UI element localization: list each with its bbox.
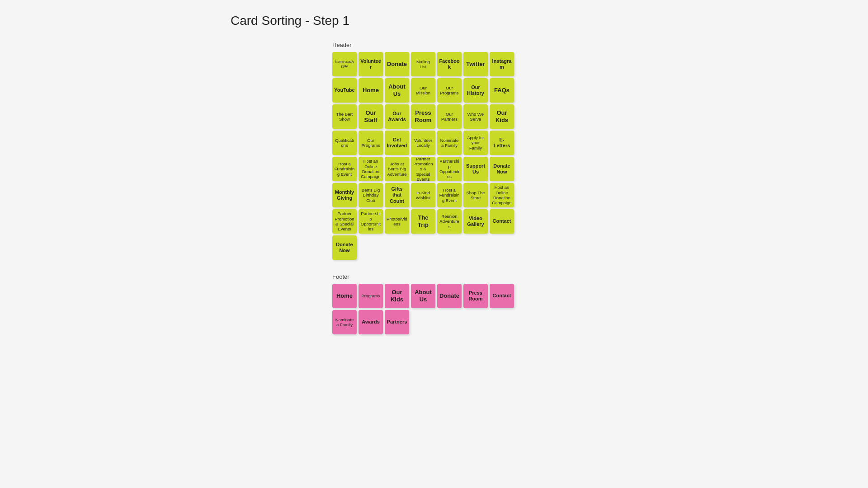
- card-the-bert-show[interactable]: The Bert Show: [332, 104, 357, 129]
- card-home[interactable]: Home: [359, 78, 383, 103]
- footer-card-nominate[interactable]: Nominate a Family: [332, 310, 357, 334]
- card-press-room[interactable]: Press Room: [411, 104, 435, 129]
- card-nominate-family[interactable]: Nominate a Family: [437, 131, 462, 155]
- card-host-fundraising-1[interactable]: Host a Fundraising Event: [332, 157, 357, 181]
- card-get-involved[interactable]: Get Involved: [385, 131, 409, 155]
- card-about-us[interactable]: About Us: [385, 78, 409, 103]
- card-donate-now-2[interactable]: Donate Now: [332, 235, 357, 260]
- header-section: Header Nominate/Apply Volunteer Donate M…: [332, 42, 536, 260]
- card-qualifications[interactable]: Qualifications: [332, 131, 357, 155]
- card-shop-store[interactable]: Shop The Store: [463, 183, 488, 207]
- card-instagram[interactable]: Instagram: [490, 52, 514, 76]
- card-volunteer[interactable]: Volunteer: [359, 52, 383, 76]
- card-faqs[interactable]: FAQs: [490, 78, 514, 103]
- card-contact-1[interactable]: Contact: [490, 209, 514, 234]
- footer-card-donate[interactable]: Donate: [437, 284, 462, 308]
- card-host-fundraising-2[interactable]: Host a Fundraising Event: [437, 183, 462, 207]
- card-our-programs-1[interactable]: Our Programs: [437, 78, 462, 103]
- card-jobs-bert[interactable]: Jobs at Bert's Big Adventure: [385, 157, 409, 181]
- card-partnership-opp-1[interactable]: Partnership Oppotunities: [437, 157, 462, 181]
- card-nominate-apply[interactable]: Nominate/Apply: [332, 52, 357, 76]
- card-host-online-2[interactable]: Host an Online Donation Campaign: [490, 183, 514, 207]
- card-our-staff[interactable]: Our Staff: [359, 104, 383, 129]
- card-the-trip[interactable]: The Trip: [411, 209, 435, 234]
- card-our-kids[interactable]: Our Kids: [490, 104, 514, 129]
- page-title: Card Sorting - Step 1: [231, 14, 349, 28]
- footer-cards-grid: Home Programs Our Kids About Us Donate P…: [332, 284, 536, 334]
- card-facebook[interactable]: Facebook: [437, 52, 462, 76]
- footer-card-contact[interactable]: Contact: [490, 284, 514, 308]
- card-gifts-count[interactable]: Gifts that Count: [385, 183, 409, 207]
- header-label: Header: [332, 42, 536, 48]
- card-apply-family[interactable]: Apply for your Family: [463, 131, 488, 155]
- card-e-letters[interactable]: E-Letters: [490, 131, 514, 155]
- card-partner-promo-2[interactable]: Partner Promotion & Special Events: [332, 209, 357, 234]
- card-reunion-adventures[interactable]: Reunion Adventures: [437, 209, 462, 234]
- card-video-gallery[interactable]: Video Gallery: [463, 209, 488, 234]
- card-our-programs-2[interactable]: Our Programs: [359, 131, 383, 155]
- card-monthly-giving[interactable]: Monthly Giving: [332, 183, 357, 207]
- card-host-online-1[interactable]: Host an Online Donation Campaign: [359, 157, 383, 181]
- card-in-kind[interactable]: In-Kind Wishlist: [411, 183, 435, 207]
- footer-section: Footer Home Programs Our Kids About Us D…: [332, 273, 536, 334]
- footer-card-awards[interactable]: Awards: [359, 310, 383, 334]
- card-our-mission[interactable]: Our Mission: [411, 78, 435, 103]
- footer-card-programs[interactable]: Programs: [359, 284, 383, 308]
- footer-card-our-kids[interactable]: Our Kids: [385, 284, 409, 308]
- card-our-partners[interactable]: Our Partners: [437, 104, 462, 129]
- card-donate-now-1[interactable]: Donate Now: [490, 157, 514, 181]
- footer-label: Footer: [332, 273, 536, 280]
- card-partner-promo-1[interactable]: Partner Promotions & Special Events: [411, 157, 435, 181]
- card-donate[interactable]: Donate: [385, 52, 409, 76]
- card-volunteer-locally[interactable]: Volunteer Locally: [411, 131, 435, 155]
- page-container: Card Sorting - Step 1 Header Nominate/Ap…: [0, 0, 868, 375]
- card-our-history[interactable]: Our History: [463, 78, 488, 103]
- card-twitter[interactable]: Twitter: [463, 52, 488, 76]
- footer-card-about-us[interactable]: About Us: [411, 284, 435, 308]
- card-berts-birthday[interactable]: Bert's Big Birthday Club: [359, 183, 383, 207]
- card-photos-videos[interactable]: Photos/Videos: [385, 209, 409, 234]
- footer-card-press-room[interactable]: Press Room: [463, 284, 488, 308]
- card-partnership-opp-2[interactable]: Partnership Opportunities: [359, 209, 383, 234]
- card-who-we-serve[interactable]: Who We Serve: [463, 104, 488, 129]
- header-cards-grid: Nominate/Apply Volunteer Donate Mailing …: [332, 52, 536, 260]
- footer-card-home[interactable]: Home: [332, 284, 357, 308]
- card-youtube[interactable]: YouTube: [332, 78, 357, 103]
- card-mailing-list[interactable]: Mailing List: [411, 52, 435, 76]
- card-our-awards[interactable]: Our Awards: [385, 104, 409, 129]
- footer-card-partners[interactable]: Partners: [385, 310, 409, 334]
- card-support-us[interactable]: Support Us: [463, 157, 488, 181]
